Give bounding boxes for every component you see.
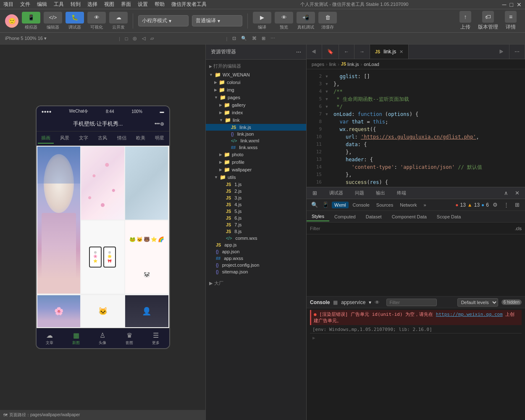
tree-sitemap[interactable]: {} sitemap.json (206, 268, 306, 275)
bottom-nav-avatar[interactable]: ♙ 头像 (99, 331, 106, 346)
bottom-nav-set[interactable]: ♛ 套图 (126, 331, 133, 346)
console-input-line[interactable]: ▶ (310, 333, 522, 341)
menu-item-edit[interactable]: 编辑 (37, 1, 47, 8)
devtools-tab-debugger[interactable]: 调试器 (324, 188, 348, 198)
detail-btn[interactable]: ≡ 详情 (501, 11, 520, 31)
tree-app-json[interactable]: {} app.json (206, 248, 306, 255)
image-cell-teal[interactable] (125, 147, 168, 220)
menu-item-select[interactable]: 选择 (87, 1, 97, 8)
tree-photo[interactable]: ▶ 📁 photo (206, 151, 306, 158)
tree-1js[interactable]: JS 1.js (206, 181, 306, 188)
devtools-tab-output[interactable]: 输出 (371, 188, 390, 198)
breadcrumb-link[interactable]: link (329, 62, 336, 67)
preview-btn[interactable]: 👁 预览 (275, 12, 293, 30)
close-button[interactable]: ✕ (517, 1, 522, 8)
maximize-button[interactable]: □ (510, 1, 513, 8)
tree-link-wxml[interactable]: </> link.wxml (206, 137, 306, 144)
tree-6js[interactable]: JS 6.js (206, 215, 306, 221)
cloud-btn[interactable]: ☁ 云开发 (109, 12, 128, 30)
cls-button[interactable]: .cls (515, 226, 522, 231)
image-cell-anime[interactable] (37, 147, 81, 294)
breadcrumb-file[interactable]: JS link.js (341, 62, 359, 67)
tree-2js[interactable]: JS 2.js (206, 188, 306, 194)
inspector-tab-component[interactable]: Component Data (387, 213, 432, 221)
phone-nav-star[interactable]: 明星 (152, 133, 168, 144)
toolbar2-icon-5[interactable]: ⊡ (232, 36, 236, 41)
menu-item-goto[interactable]: 转到 (71, 1, 81, 8)
error-url[interactable]: https://mp.weixin.qq.com (436, 312, 503, 317)
tree-gallery[interactable]: ▶ 📁 gallery (206, 101, 306, 109)
file-panel-menu[interactable]: ⋯ (296, 49, 301, 55)
inspector-tab-scope[interactable]: Scope Data (432, 213, 466, 221)
menu-item-wechat[interactable]: 微信开发者工具 (171, 1, 207, 8)
simulator-btn[interactable]: 📱 模拟器 (22, 12, 40, 30)
console-level-select[interactable]: Default levels (457, 298, 498, 307)
code-area[interactable]: 23456 7891011 1213141516 1718192021 2223… (307, 69, 525, 187)
tree-index[interactable]: ▶ 📁 index (206, 109, 306, 116)
tree-comm-wxs[interactable]: </> comm.wxs (206, 235, 306, 242)
project-root[interactable]: ▼ 📁 WX_WENAN (206, 71, 306, 79)
inspector-tab-styles[interactable]: Styles (307, 212, 329, 221)
devtools-close-btn[interactable]: ✕ (512, 189, 522, 198)
tree-project-config[interactable]: {} project.config.json (206, 262, 306, 268)
real-machine-btn[interactable]: 📲 真机调试 (297, 12, 315, 30)
compile-btn[interactable]: ▶ 编译 (253, 12, 271, 30)
devtools-tab-problems[interactable]: 问题 (350, 188, 369, 198)
tab-close-icon[interactable]: ✕ (399, 49, 403, 55)
inner-tab-more[interactable]: » (421, 202, 429, 208)
device-info[interactable]: iPhone 5 100% 16 ▾ (5, 36, 47, 41)
tree-5js[interactable]: JS 5.js (206, 208, 306, 215)
bookmark-icon-btn[interactable]: 🔖 (322, 45, 339, 59)
tree-link[interactable]: ▼ 📁 link (206, 116, 306, 124)
menu-item-file[interactable]: 文件 (20, 1, 30, 8)
phone-nav-text[interactable]: 文字 (76, 133, 92, 144)
inspector-tab-dataset[interactable]: Dataset (361, 213, 387, 221)
inspector-tab-computed[interactable]: Computed (329, 213, 361, 221)
tree-app-js[interactable]: JS app.js (206, 242, 306, 248)
code-content[interactable]: gglist: [] }, /** * 生命周期函数--监听页面加载 */ on… (330, 69, 525, 187)
compile-dropdown[interactable]: 普通编译 ▾ (192, 15, 242, 26)
mode-dropdown[interactable]: 小程序模式 ▾ (138, 15, 189, 26)
toolbar2-icon-6[interactable]: 🔍 (241, 36, 247, 41)
devtools-panel-icon[interactable]: ⊞ (310, 189, 319, 198)
devtools-tab-terminal[interactable]: 终端 (392, 188, 411, 198)
nav-forward-btn[interactable]: → (354, 45, 370, 59)
phone-menu-icon[interactable]: ••• (155, 121, 160, 127)
device-icon[interactable]: 📱 (321, 200, 330, 210)
eye-icon[interactable]: 👁 (375, 299, 380, 305)
inspector-icon[interactable]: 🔍 (310, 200, 319, 210)
devtools-settings-icon[interactable]: ⚙ (491, 200, 500, 210)
toolbar2-icon-8[interactable]: ⊞ (262, 36, 265, 41)
phone-nav-scenery[interactable]: 风景 (57, 133, 73, 144)
phone-nav-illus[interactable]: 插画 (38, 133, 54, 144)
nav-back-btn[interactable]: ← (339, 45, 354, 59)
toolbar2-icon-1[interactable]: □ (125, 36, 128, 41)
collapse-left-btn[interactable]: ⫷ (307, 45, 322, 59)
tree-link-js[interactable]: JS link.js (206, 124, 306, 131)
clear-cache-btn[interactable]: 🗑 清缓存 (318, 12, 337, 30)
tree-8js[interactable]: JS 8.js (206, 228, 306, 235)
image-cell-sticker2[interactable]: 🐸🐱🐻⭐🌈🐼 (125, 220, 168, 294)
open-editors-section[interactable]: ▶ 打开的编辑器 (206, 61, 306, 71)
phone-close-icon[interactable]: ⊕ (160, 121, 164, 127)
big-panel-section[interactable]: ▶ 大厂 (206, 278, 306, 288)
bottom-nav-more[interactable]: ☰ 更多 (152, 331, 160, 346)
image-cell-floral[interactable] (81, 147, 124, 220)
version-btn[interactable]: 🏷 版本管理 (478, 11, 498, 31)
toolbar2-icon-7[interactable]: ⌘ (252, 36, 257, 41)
menu-item-tool[interactable]: 工具 (54, 1, 64, 8)
toolbar2-icon-4[interactable]: ▱ (150, 36, 154, 41)
upload-btn[interactable]: ↑ 上传 (456, 11, 475, 31)
phone-nav-couple[interactable]: 情侣 (114, 133, 130, 144)
menu-item-view[interactable]: 视图 (104, 1, 114, 8)
tree-app-wxss[interactable]: ## app.wxss (206, 255, 306, 262)
devtools-collapse-btn[interactable]: ∧ (501, 189, 511, 198)
tree-3js[interactable]: JS 3.js (206, 194, 306, 201)
tab-link-js[interactable]: JS link.js ✕ (370, 45, 409, 59)
bottom-nav-article[interactable]: ☁ 文章 (46, 331, 53, 346)
devtools-more-icon[interactable]: ⋮ (501, 200, 511, 210)
tree-pages[interactable]: ▼ 📁 pages (206, 94, 306, 101)
inner-tab-network[interactable]: Network (397, 202, 419, 208)
toolbar2-icon-2[interactable]: ◎ (133, 36, 137, 41)
phone-nav-ancient[interactable]: 古风 (94, 133, 110, 144)
